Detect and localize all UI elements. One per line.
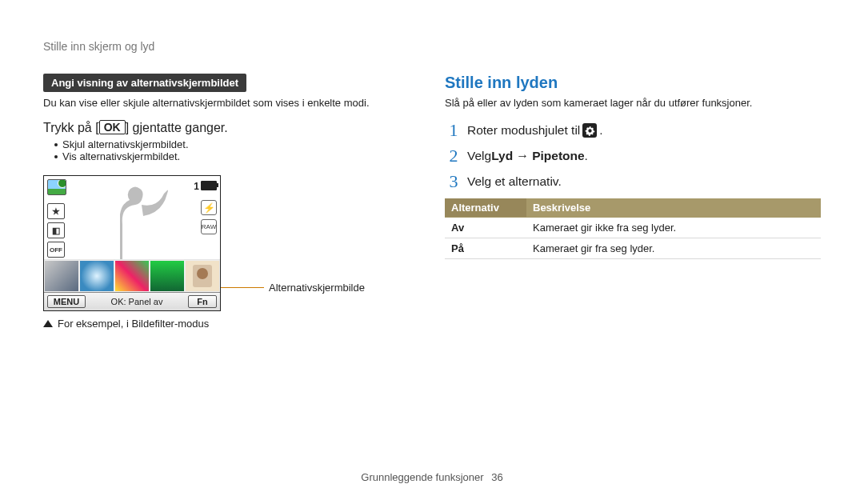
option-table: Alternativ Beskrivelse Av Kameraet gir i…	[445, 198, 821, 259]
step-list: 1 Roter modushjulet til . 2 Velg Lyd → P…	[445, 120, 821, 192]
star-mode-icon: ★	[47, 203, 65, 219]
filter-filmstrip	[44, 259, 220, 292]
bullet-text: Vis alternativskjermbildet.	[62, 150, 180, 162]
table-row: Av Kameraet gir ikke fra seg lyder.	[445, 218, 821, 238]
panel-status: OK: Panel av	[89, 297, 185, 306]
left-column: Angi visning av alternativskjermbildet D…	[43, 74, 419, 330]
caption-text: For eksempel, i Bildefilter-modus	[58, 318, 209, 330]
step-item: 2 Velg Lyd → Pipetone .	[445, 146, 821, 166]
right-intro: Slå på eller av lyden som kameraet lager…	[445, 97, 821, 109]
step-number: 1	[445, 120, 462, 141]
filter-thumb	[79, 260, 114, 292]
table-header-row: Alternativ Beskrivelse	[445, 198, 821, 218]
instr-pre: Trykk på [	[43, 121, 99, 134]
example-caption: For eksempel, i Bildefilter-modus	[43, 318, 419, 330]
bullet-dot-icon	[54, 155, 58, 158]
table-cell-key: Av	[445, 218, 526, 238]
breadcrumb: Stille inn skjerm og lyd	[43, 40, 154, 53]
step-bold-2: Pipetone	[532, 149, 584, 163]
table-header: Alternativ	[445, 198, 526, 218]
callout-leader-line	[221, 287, 264, 288]
step-text: Velg et alternativ.	[467, 174, 562, 189]
step-number: 3	[445, 171, 462, 192]
step-text-pre: Velg	[467, 149, 491, 163]
scene-thumbnail-icon	[47, 179, 66, 195]
table-cell-key: På	[445, 238, 526, 259]
screen-bottom-bar: MENU OK: Panel av Fn	[44, 292, 220, 310]
ok-key-icon: OK	[99, 120, 126, 134]
callout-label: Alternativskjermbilde	[269, 282, 365, 294]
bullet-text: Skjul alternativskjermbildet.	[62, 138, 189, 150]
arrow-right-icon: →	[516, 149, 529, 163]
table-cell-val: Kameraet gir ikke fra seg lyder.	[526, 218, 821, 238]
page-number: 36	[491, 471, 502, 483]
shot-counter: 1	[194, 181, 199, 192]
bullet-item: Skjul alternativskjermbildet.	[54, 138, 419, 150]
page-footer: Grunnleggende funksjoner 36	[0, 471, 864, 483]
filter-thumb	[44, 260, 79, 292]
flash-icon: ⚡	[201, 200, 217, 215]
bullet-dot-icon	[54, 143, 58, 146]
settings-gear-icon	[582, 123, 597, 138]
off-mode-icon: OFF	[47, 242, 65, 258]
filter-thumb	[150, 260, 185, 292]
section-title: Stille inn lyden	[445, 74, 821, 92]
bullet-item: Vis alternativskjermbildet.	[54, 150, 419, 162]
camera-mode-icon: ◧	[47, 222, 65, 238]
triangle-up-icon	[43, 320, 53, 327]
section-badge: Angi visning av alternativskjermbildet	[43, 74, 246, 92]
step-number: 2	[445, 146, 462, 166]
step-end: .	[585, 149, 588, 163]
step-item: 3 Velg et alternativ.	[445, 171, 821, 192]
filter-thumb	[185, 260, 220, 292]
step-end: .	[599, 123, 602, 138]
battery-icon	[201, 181, 217, 190]
face-thumb-icon	[193, 265, 212, 287]
press-ok-instruction: Trykk på [OK] gjentatte ganger.	[43, 120, 419, 135]
right-column: Stille inn lyden Slå på eller av lyden s…	[445, 74, 821, 259]
fn-button: Fn	[188, 295, 217, 308]
table-header: Beskrivelse	[526, 198, 821, 218]
left-intro: Du kan vise eller skjule alternativskjer…	[43, 97, 419, 109]
bullet-list: Skjul alternativskjermbildet. Vis altern…	[54, 138, 419, 162]
menu-button: MENU	[47, 295, 86, 308]
screen-illustration-wrap: ★ ◧ OFF 1 ⚡ RAW	[43, 175, 371, 311]
camera-screen: ★ ◧ OFF 1 ⚡ RAW	[43, 175, 221, 311]
step-item: 1 Roter modushjulet til .	[445, 120, 821, 141]
screen-preview-area: ★ ◧ OFF 1 ⚡ RAW	[44, 176, 220, 259]
filter-thumb	[114, 260, 150, 292]
subject-silhouette	[92, 182, 180, 259]
instr-post: ] gjentatte ganger.	[126, 121, 228, 134]
footer-label: Grunnleggende funksjoner	[361, 471, 483, 483]
raw-icon: RAW	[201, 219, 217, 234]
step-bold-1: Lyd	[491, 149, 513, 163]
table-row: På Kameraet gir fra seg lyder.	[445, 238, 821, 259]
step-text: Roter modushjulet til	[467, 123, 580, 138]
table-cell-val: Kameraet gir fra seg lyder.	[526, 238, 821, 259]
